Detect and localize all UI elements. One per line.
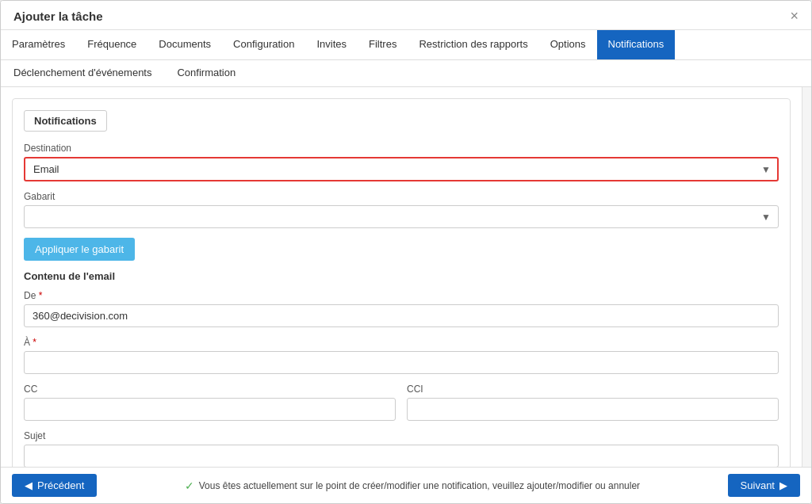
gabarit-select-wrapper: ▼ [24, 205, 779, 228]
de-group: De * [24, 290, 779, 327]
a-required: * [33, 337, 36, 348]
destination-select-wrapper: Email SMS Webhook ▼ [24, 157, 779, 181]
cci-label: CCI [407, 384, 779, 395]
check-icon: ✓ [185, 479, 194, 492]
modal-footer: ◀ Précédent ✓ Vous êtes actuellement sur… [1, 467, 811, 503]
gabarit-group: Gabarit ▼ [24, 191, 779, 228]
sujet-group: Sujet [24, 430, 779, 467]
destination-select[interactable]: Email SMS Webhook [24, 157, 779, 181]
tab-filtres[interactable]: Filtres [358, 30, 408, 59]
tabs-primary: Paramètres Fréquence Documents Configura… [1, 30, 811, 60]
modal-header: Ajouter la tâche × [1, 1, 811, 30]
cc-cci-row: CC CCI [24, 384, 779, 430]
tab-invites[interactable]: Invites [305, 30, 358, 59]
sujet-input[interactable] [24, 445, 779, 467]
de-input[interactable] [24, 304, 779, 327]
arrow-left-icon: ◀ [25, 479, 33, 491]
close-button[interactable]: × [790, 9, 799, 23]
email-content-label: Contenu de l'email [24, 270, 779, 282]
notifications-section: Notifications Destination Email SMS Webh… [12, 98, 791, 467]
tabs-secondary: Déclenchement d'événements Confirmation [1, 60, 811, 87]
de-label: De * [24, 290, 779, 301]
de-required: * [39, 290, 43, 301]
destination-group: Destination Email SMS Webhook ▼ [24, 143, 779, 181]
apply-gabarit-button[interactable]: Appliquer le gabarit [24, 238, 135, 261]
content-area: Notifications Destination Email SMS Webh… [1, 87, 802, 467]
a-label: À * [24, 337, 779, 348]
scrollbar[interactable] [802, 87, 811, 467]
section-tab-label: Notifications [24, 110, 107, 132]
tab-parametres[interactable]: Paramètres [1, 30, 76, 59]
prev-label: Précédent [37, 479, 84, 491]
next-label: Suivant [741, 479, 775, 491]
tab-notifications[interactable]: Notifications [597, 30, 676, 59]
modal: Ajouter la tâche × Paramètres Fréquence … [0, 0, 812, 504]
arrow-right-icon: ▶ [779, 479, 787, 491]
tab-configuration[interactable]: Configuration [222, 30, 305, 59]
sujet-label: Sujet [24, 430, 779, 441]
cci-group: CCI [407, 384, 779, 421]
cc-label: CC [24, 384, 396, 395]
tab-documents[interactable]: Documents [147, 30, 222, 59]
gabarit-select[interactable] [24, 205, 779, 228]
tab-frequence[interactable]: Fréquence [76, 30, 147, 59]
footer-message-area: ✓ Vous êtes actuellement sur le point de… [185, 479, 640, 492]
modal-title: Ajouter la tâche [13, 10, 103, 23]
destination-label: Destination [24, 143, 779, 154]
gabarit-label: Gabarit [24, 191, 779, 202]
tab-confirmation[interactable]: Confirmation [164, 60, 248, 86]
cci-input[interactable] [407, 398, 779, 421]
footer-message-text: Vous êtes actuellement sur le point de c… [199, 480, 640, 491]
tab-restriction[interactable]: Restriction des rapports [408, 30, 538, 59]
a-group: À * [24, 337, 779, 374]
prev-button[interactable]: ◀ Précédent [12, 474, 97, 497]
next-button[interactable]: Suivant ▶ [728, 474, 800, 497]
tab-evenements[interactable]: Déclenchement d'événements [1, 60, 164, 86]
a-input[interactable] [24, 351, 779, 374]
modal-body: Notifications Destination Email SMS Webh… [1, 87, 811, 467]
tab-options[interactable]: Options [539, 30, 597, 59]
cc-input[interactable] [24, 398, 396, 421]
cc-group: CC [24, 384, 396, 421]
